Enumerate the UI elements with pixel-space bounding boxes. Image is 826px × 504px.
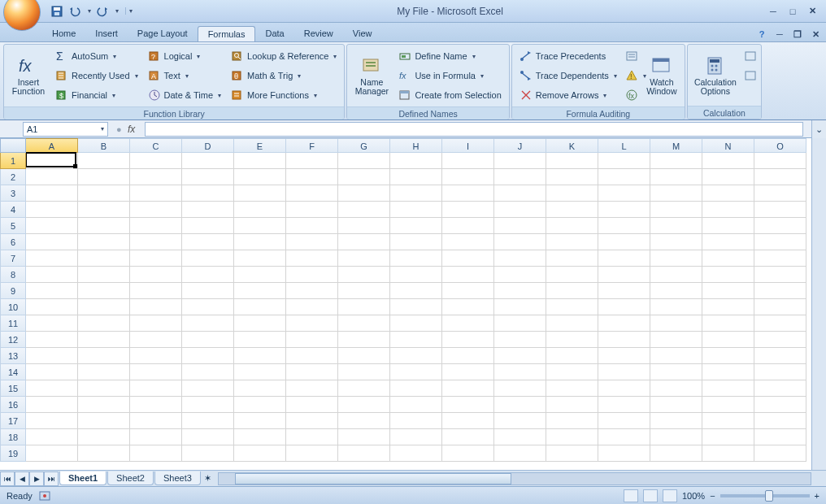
- cell[interactable]: [598, 429, 650, 445]
- cell[interactable]: [78, 218, 130, 234]
- recently-used-button[interactable]: Recently Used▾: [52, 67, 141, 85]
- cell[interactable]: [234, 332, 286, 348]
- cell[interactable]: [390, 315, 442, 332]
- cell[interactable]: [130, 397, 182, 413]
- cell[interactable]: [754, 153, 806, 169]
- row-header[interactable]: 10: [0, 299, 26, 315]
- cell[interactable]: [182, 380, 234, 397]
- cell[interactable]: [26, 267, 78, 283]
- cell[interactable]: [494, 429, 546, 445]
- vertical-scrollbar[interactable]: [811, 138, 826, 470]
- more-functions-button[interactable]: More Functions▾: [228, 86, 340, 104]
- cell[interactable]: [650, 445, 702, 462]
- save-icon[interactable]: [50, 5, 63, 18]
- cell[interactable]: [598, 250, 650, 267]
- cell[interactable]: [390, 267, 442, 283]
- row-header[interactable]: 14: [0, 364, 26, 380]
- cell[interactable]: [182, 267, 234, 283]
- calculate-sheet-button[interactable]: [742, 67, 757, 85]
- cell[interactable]: [702, 397, 754, 413]
- column-header[interactable]: G: [338, 138, 390, 153]
- cell[interactable]: [234, 348, 286, 364]
- cell[interactable]: [234, 267, 286, 283]
- cell[interactable]: [338, 299, 390, 315]
- cell[interactable]: [234, 315, 286, 332]
- cell[interactable]: [78, 364, 130, 380]
- cell[interactable]: [78, 267, 130, 283]
- cell[interactable]: [442, 185, 494, 202]
- datetime-button[interactable]: Date & Time▾: [145, 86, 225, 104]
- cell[interactable]: [442, 380, 494, 397]
- sheet-nav-next[interactable]: ▶: [29, 471, 44, 486]
- cell[interactable]: [286, 202, 338, 218]
- cell[interactable]: [286, 413, 338, 429]
- cell[interactable]: [650, 397, 702, 413]
- cell[interactable]: [78, 380, 130, 397]
- cell[interactable]: [130, 299, 182, 315]
- cell[interactable]: [650, 332, 702, 348]
- cell[interactable]: [442, 218, 494, 234]
- zoom-level[interactable]: 100%: [682, 491, 705, 501]
- cell[interactable]: [598, 218, 650, 234]
- text-button[interactable]: AText▾: [145, 67, 225, 85]
- cell[interactable]: [598, 397, 650, 413]
- cell[interactable]: [182, 202, 234, 218]
- page-break-view-button[interactable]: [663, 489, 677, 502]
- cell[interactable]: [286, 267, 338, 283]
- cell[interactable]: [546, 185, 598, 202]
- cell[interactable]: [546, 413, 598, 429]
- cell[interactable]: [494, 218, 546, 234]
- cell[interactable]: [338, 202, 390, 218]
- cell[interactable]: [754, 185, 806, 202]
- cell[interactable]: [338, 267, 390, 283]
- cell[interactable]: [494, 397, 546, 413]
- cell[interactable]: [702, 348, 754, 364]
- cell[interactable]: [130, 445, 182, 462]
- cell[interactable]: [598, 267, 650, 283]
- cell[interactable]: [754, 218, 806, 234]
- column-header[interactable]: H: [390, 138, 442, 153]
- sheet-tab-sheet2[interactable]: Sheet2: [107, 471, 154, 485]
- redo-dropdown[interactable]: ▾: [115, 7, 119, 15]
- cell[interactable]: [130, 413, 182, 429]
- tab-view[interactable]: View: [343, 26, 382, 41]
- row-header[interactable]: 7: [0, 250, 26, 267]
- cell[interactable]: [78, 348, 130, 364]
- cell[interactable]: [546, 250, 598, 267]
- cell[interactable]: [130, 429, 182, 445]
- cell[interactable]: [754, 413, 806, 429]
- cancel-formula-icon[interactable]: ●: [116, 124, 122, 134]
- cell[interactable]: [494, 315, 546, 332]
- cell[interactable]: [702, 218, 754, 234]
- cell[interactable]: [26, 299, 78, 315]
- error-checking-button[interactable]: !▾: [624, 67, 640, 85]
- cell[interactable]: [598, 348, 650, 364]
- cell[interactable]: [26, 397, 78, 413]
- cell[interactable]: [78, 429, 130, 445]
- cell[interactable]: [546, 202, 598, 218]
- cell[interactable]: [182, 413, 234, 429]
- row-header[interactable]: 4: [0, 202, 26, 218]
- cell[interactable]: [754, 202, 806, 218]
- cell[interactable]: [546, 234, 598, 250]
- cell[interactable]: [546, 445, 598, 462]
- calculation-options-button[interactable]: Calculation Options: [690, 47, 741, 103]
- cell[interactable]: [598, 380, 650, 397]
- cell[interactable]: [754, 267, 806, 283]
- cell[interactable]: [650, 267, 702, 283]
- lookup-button[interactable]: Lookup & Reference▾: [228, 47, 340, 65]
- cell[interactable]: [702, 153, 754, 169]
- sheet-tab-sheet1[interactable]: Sheet1: [59, 471, 107, 485]
- cell[interactable]: [390, 332, 442, 348]
- cell[interactable]: [754, 250, 806, 267]
- cell[interactable]: [234, 202, 286, 218]
- cell[interactable]: [338, 283, 390, 299]
- cell[interactable]: [390, 445, 442, 462]
- cell[interactable]: [702, 234, 754, 250]
- cell[interactable]: [26, 283, 78, 299]
- cell[interactable]: [494, 380, 546, 397]
- cell[interactable]: [26, 380, 78, 397]
- cell[interactable]: [702, 445, 754, 462]
- cell[interactable]: [494, 234, 546, 250]
- cell[interactable]: [598, 364, 650, 380]
